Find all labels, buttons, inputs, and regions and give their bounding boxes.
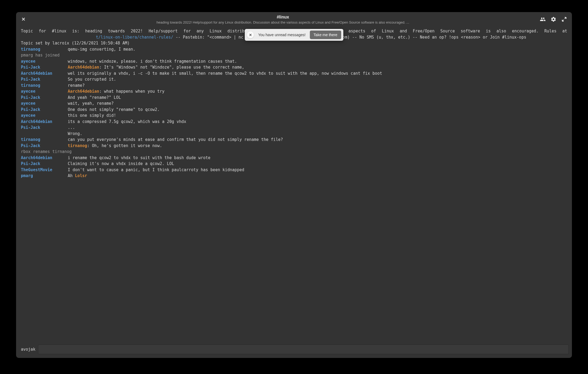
message-text: its a compressed 7.5g qcow2, which was a… xyxy=(68,119,567,125)
mention[interactable]: Aarch64debian xyxy=(68,65,99,70)
nick[interactable]: Psi-Jack xyxy=(21,107,40,112)
message-text: can you put everyone's minds at ease and… xyxy=(68,137,567,143)
message-row: Psi-JackAnd yeah "rename?" LOL xyxy=(21,95,567,101)
message-row: Psi-JackSo you corrupted it. xyxy=(21,76,567,83)
message-row: Psi-Jacktirnanog: Oh, he's gotten it wor… xyxy=(21,143,567,149)
message-row: Wrong. xyxy=(21,131,567,137)
nick[interactable]: Psi-Jack xyxy=(21,65,40,70)
nick[interactable]: Aarch64debian xyxy=(21,71,52,76)
nick[interactable]: Psi-Jack xyxy=(21,95,40,100)
message-text: wait, yeah, rename? xyxy=(68,100,567,107)
message-text: wel its originally a vhdx, i -c -O to ma… xyxy=(68,70,567,77)
topic-set-row: Topic set by lacroix (12/26/2021 10:50:4… xyxy=(21,40,567,46)
message-text: So you corrupted it. xyxy=(68,76,567,83)
nick[interactable]: ayecee xyxy=(21,113,35,118)
nick[interactable]: Psi-Jack xyxy=(21,125,40,130)
message-row: ayeceethis one simply did! xyxy=(21,113,567,119)
header: ✕ #linux heading towards 2022! Help/supp… xyxy=(16,12,572,26)
mention[interactable]: tirnanog xyxy=(68,143,87,148)
nick[interactable]: tirnanog xyxy=(21,47,40,52)
message-row: Psi-JackAarch64debian: It's "Windows" no… xyxy=(21,64,567,70)
message-text: tirnanog: Oh, he's gotten it worse now. xyxy=(68,143,567,149)
chat-scrollback[interactable]: Topic for #linux is: heading towards 202… xyxy=(16,26,572,342)
nick[interactable]: ayecee xyxy=(21,89,35,94)
message-row: Aarch64debiani rename the qcow2 to vhdx … xyxy=(21,155,567,161)
header-icons xyxy=(540,15,567,22)
message-text: I don't want to cause a panic, but I thi… xyxy=(68,167,567,173)
nick[interactable]: Psi-Jack xyxy=(21,161,40,166)
message-text: Wrong. xyxy=(68,131,567,137)
message-row: Aarch64debianwel its originally a vhdx, … xyxy=(21,70,567,77)
message-text: One does not simply "rename" to qcow2. xyxy=(68,107,567,113)
header-center: #linux heading towards 2022! Help/suppor… xyxy=(26,15,540,24)
topic-part2: -- Pastebin: "<command> | nc termbin.com… xyxy=(173,35,526,40)
message-row: TheGuestMovieI don't want to cause a pan… xyxy=(21,167,567,173)
message-row: tirnanogcan you put everyone's minds at … xyxy=(21,137,567,143)
status-text: pmarg has joined xyxy=(21,52,567,58)
message-text: Aarch64debian: what happens when you try xyxy=(68,88,567,95)
status-row: rbox renames tirnanog xyxy=(21,149,567,155)
message-text: Ah Lolsr xyxy=(68,173,567,179)
channel-name: #linux xyxy=(37,15,529,20)
unread-toast: ✕ You have unread messages! Take me ther… xyxy=(245,29,343,41)
message-input[interactable] xyxy=(38,345,569,354)
message-text: windows, not windoze, please. i don't th… xyxy=(68,58,567,65)
nick[interactable]: ayecee xyxy=(21,101,35,106)
message-row: Psi-Jack... xyxy=(21,125,567,131)
message-text: Aarch64debian: It's "Windows" not "Windo… xyxy=(68,64,567,70)
expand-icon[interactable] xyxy=(561,16,567,22)
topic-prefix: Topic for #linux is: xyxy=(21,29,85,33)
chat-window: ✕ #linux heading towards 2022! Help/supp… xyxy=(16,12,572,358)
message-text: this one simply did! xyxy=(68,113,567,119)
nick[interactable]: Aarch64debian xyxy=(21,155,52,160)
message-row: Psi-JackOne does not simply "rename" to … xyxy=(21,107,567,113)
message-row: tirnanogqemu-img converting, I mean. xyxy=(21,46,567,53)
toast-action-button[interactable]: Take me there xyxy=(310,31,341,39)
topic-link[interactable]: t/linux-on-libera/channel-rules/ xyxy=(96,35,173,40)
message-row: ayeceeAarch64debian: what happens when y… xyxy=(21,88,567,95)
nick[interactable]: TheGuestMovie xyxy=(21,167,52,172)
status-text: rbox renames tirnanog xyxy=(21,149,567,155)
nick[interactable]: ayecee xyxy=(21,59,35,64)
mention[interactable]: Aarch64debian xyxy=(68,89,99,94)
message-text: i rename the qcow2 to vhdx to suit with … xyxy=(68,155,567,161)
gear-icon[interactable] xyxy=(551,16,556,22)
nick[interactable]: Psi-Jack xyxy=(21,77,40,82)
input-area: avojak xyxy=(16,342,572,358)
topic-set-by: Topic set by lacroix (12/26/2021 10:50:4… xyxy=(21,40,567,46)
current-username: avojak xyxy=(19,347,35,352)
message-row: Psi-JackClaiming it's now a vhdx inside … xyxy=(21,161,567,167)
toast-text: You have unread messages! xyxy=(257,33,307,37)
nick[interactable]: Psi-Jack xyxy=(21,143,40,148)
message-text: rename? xyxy=(68,83,567,89)
message-row: ayeceewindows, not windoze, please. i do… xyxy=(21,58,567,65)
mention[interactable]: Lolsr xyxy=(75,173,87,178)
message-row: pmargAh Lolsr xyxy=(21,173,567,179)
channel-topic-short: heading towards 2022! Help/support for a… xyxy=(37,20,529,24)
message-text: qemu-img converting, I mean. xyxy=(68,46,567,53)
users-icon[interactable] xyxy=(540,16,546,22)
message-text: ... xyxy=(68,125,567,131)
status-row: pmarg has joined xyxy=(21,52,567,58)
close-icon[interactable]: ✕ xyxy=(21,15,26,24)
message-text: Claiming it's now a vhdx inside a qcow2.… xyxy=(68,161,567,167)
nick[interactable]: tirnanog xyxy=(21,83,40,88)
message-row: ayeceewait, yeah, rename? xyxy=(21,100,567,107)
message-text: And yeah "rename?" LOL xyxy=(68,95,567,101)
nick[interactable]: Aarch64debian xyxy=(21,119,52,124)
toast-close-icon[interactable]: ✕ xyxy=(247,31,254,38)
nick[interactable]: tirnanog xyxy=(21,137,40,142)
message-row: Aarch64debianits a compressed 7.5g qcow2… xyxy=(21,119,567,125)
nick[interactable]: pmarg xyxy=(21,173,33,178)
message-row: tirnanogrename? xyxy=(21,83,567,89)
